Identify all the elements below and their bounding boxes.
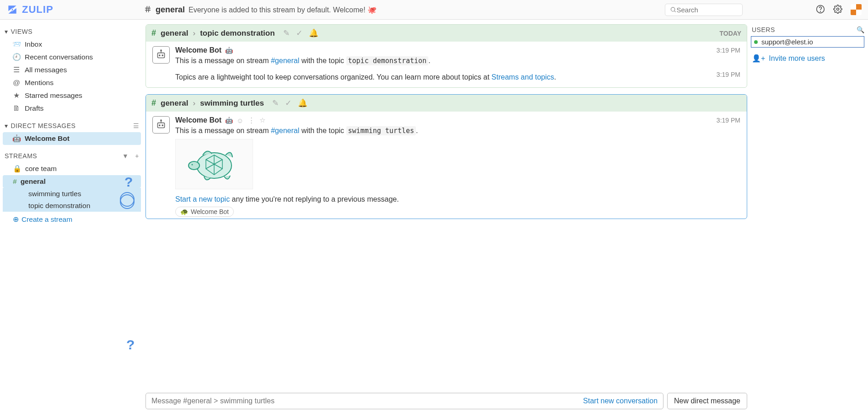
check-icon[interactable]: ✓ <box>296 28 302 38</box>
nav-all-messages[interactable]: ☰All messages <box>3 64 141 76</box>
bot-badge-icon: 🤖 <box>225 47 233 54</box>
inbox-icon: 📨 <box>13 40 20 48</box>
svg-point-25 <box>192 164 193 166</box>
search-icon <box>670 6 676 13</box>
nav-starred[interactable]: ★Starred messages <box>3 89 141 102</box>
nav-mentions[interactable]: @Mentions <box>3 76 141 89</box>
sender-name[interactable]: Welcome Bot <box>175 46 221 54</box>
align-icon[interactable]: ☰ <box>133 122 140 129</box>
sender-name[interactable]: Welcome Bot <box>175 116 221 124</box>
topic-code: topic demonstration <box>346 56 429 65</box>
bell-icon[interactable]: 🔔 <box>309 28 318 38</box>
left-sidebar: ▾ VIEWS 📨Inbox 🕘Recent conversations ☰Al… <box>0 20 144 412</box>
chevron-right-icon: › <box>193 29 196 38</box>
message-content: Topics are a lightweight tool to keep co… <box>175 72 711 83</box>
nav-inbox[interactable]: 📨Inbox <box>3 38 141 51</box>
views-section-header[interactable]: ▾ VIEWS <box>3 25 141 38</box>
bot-icon: 🤖 <box>13 134 20 143</box>
channel-header: general Everyone is added to this stream… <box>144 5 665 15</box>
turtle-emoji: 🐢 <box>180 208 188 215</box>
plus-circle-icon: ⊕ <box>13 215 19 224</box>
start-new-topic-link[interactable]: Start a new topic <box>175 195 230 203</box>
stream-link[interactable]: #general <box>271 57 299 64</box>
star-icon[interactable]: ☆ <box>259 116 265 124</box>
message-content: This is a message on stream #general wit… <box>175 125 740 136</box>
bot-badge-icon: 🤖 <box>225 117 233 124</box>
star-icon: ★ <box>13 91 20 100</box>
message-time: 3:19 PM <box>717 47 740 54</box>
stream-title[interactable]: general <box>156 5 185 15</box>
user-row[interactable]: support@elest.io <box>751 36 864 48</box>
svg-rect-9 <box>157 53 164 58</box>
new-direct-message-button[interactable]: New direct message <box>667 393 747 409</box>
svg-line-2 <box>146 6 147 12</box>
compose-box[interactable]: Start new conversation <box>146 393 663 409</box>
message-content: This is a message on stream #general wit… <box>175 55 740 66</box>
svg-point-15 <box>159 125 160 126</box>
help-icon[interactable] <box>816 5 825 15</box>
streams-section-header[interactable]: STREAMS ▼ + <box>3 150 141 162</box>
svg-point-8 <box>837 8 839 10</box>
status-online-icon <box>754 40 758 44</box>
gear-icon[interactable] <box>833 5 842 15</box>
align-icon: ☰ <box>13 66 20 74</box>
hash-icon: # <box>151 28 156 38</box>
search-input[interactable] <box>676 6 738 14</box>
plus-icon[interactable]: + <box>135 152 139 160</box>
help-circle[interactable] <box>120 192 135 207</box>
emoji-icon[interactable]: ☺ <box>237 117 243 124</box>
dm-welcome-bot[interactable]: 🤖 Welcome Bot <box>3 132 141 145</box>
message-row: Welcome Bot 🤖 3:19 PM This is a message … <box>146 42 747 68</box>
group-header[interactable]: # general › topic demonstration ✎ ✓ 🔔 TO… <box>146 25 747 42</box>
turtle-image[interactable] <box>175 139 253 189</box>
message-group-topic-demonstration: # general › topic demonstration ✎ ✓ 🔔 TO… <box>146 24 747 88</box>
chevron-down-icon: ▾ <box>5 28 8 35</box>
topic-code: swimming turtles <box>346 126 416 135</box>
nav-recent[interactable]: 🕘Recent conversations <box>3 51 141 64</box>
top-right-icons <box>816 4 862 15</box>
check-icon[interactable]: ✓ <box>285 98 291 108</box>
users-section-header: USERS 🔍 <box>751 25 864 36</box>
bot-avatar[interactable] <box>152 116 170 134</box>
chevron-down-icon: ▾ <box>5 122 8 129</box>
nav-drafts[interactable]: 🗎Drafts <box>3 102 141 115</box>
user-avatar[interactable] <box>851 4 862 15</box>
create-stream-link[interactable]: ⊕ Create a stream <box>3 212 141 226</box>
message-time: 3:19 PM <box>717 117 740 124</box>
help-question-mark[interactable]: ? <box>124 174 133 190</box>
chevron-right-icon: › <box>193 99 196 108</box>
pencil-icon[interactable]: ✎ <box>283 28 290 38</box>
octopus-emoji: 🐙 <box>367 6 377 14</box>
lock-icon: 🔒 <box>13 165 22 173</box>
invite-more-users-link[interactable]: 👤+ Invite more users <box>751 48 864 69</box>
clock-icon: 🕘 <box>13 53 20 61</box>
user-plus-icon: 👤+ <box>752 54 765 63</box>
compose-input[interactable] <box>151 397 583 405</box>
bell-icon[interactable]: 🔔 <box>298 98 307 108</box>
message-group-swimming-turtles: # general › swimming turtles ✎ ✓ 🔔 Welco… <box>146 94 747 219</box>
stream-general[interactable]: # general <box>3 175 141 188</box>
pencil-icon[interactable]: ✎ <box>272 98 279 108</box>
group-header[interactable]: # general › swimming turtles ✎ ✓ 🔔 <box>146 95 747 112</box>
right-sidebar: USERS 🔍 support@elest.io 👤+ Invite more … <box>749 20 868 412</box>
filter-icon[interactable]: ▼ <box>122 152 129 160</box>
hash-icon <box>144 5 152 15</box>
streams-topics-link[interactable]: Streams and topics <box>491 73 554 81</box>
user-email: support@elest.io <box>761 38 813 46</box>
search-icon[interactable]: 🔍 <box>857 26 865 33</box>
date-label: TODAY <box>720 30 741 37</box>
search-box[interactable] <box>665 4 743 16</box>
message-footer: Start a new topic any time you're not re… <box>175 194 740 205</box>
stream-link[interactable]: #general <box>271 127 299 134</box>
hash-icon: # <box>151 98 156 108</box>
stream-core-team[interactable]: 🔒 core team <box>3 162 141 175</box>
bot-avatar[interactable] <box>152 46 170 64</box>
reaction-pill[interactable]: 🐢 Welcome Bot <box>175 207 234 217</box>
hash-icon: # <box>13 177 17 186</box>
compose-area: Start new conversation New direct messag… <box>146 393 747 409</box>
dm-section-header[interactable]: ▾ DIRECT MESSAGES ☰ <box>3 119 141 132</box>
logo[interactable]: ZULIP <box>6 4 144 16</box>
help-question-icon[interactable]: ? <box>126 337 135 353</box>
start-new-conversation-link[interactable]: Start new conversation <box>583 397 658 405</box>
more-icon[interactable]: ⋮ <box>248 116 255 124</box>
